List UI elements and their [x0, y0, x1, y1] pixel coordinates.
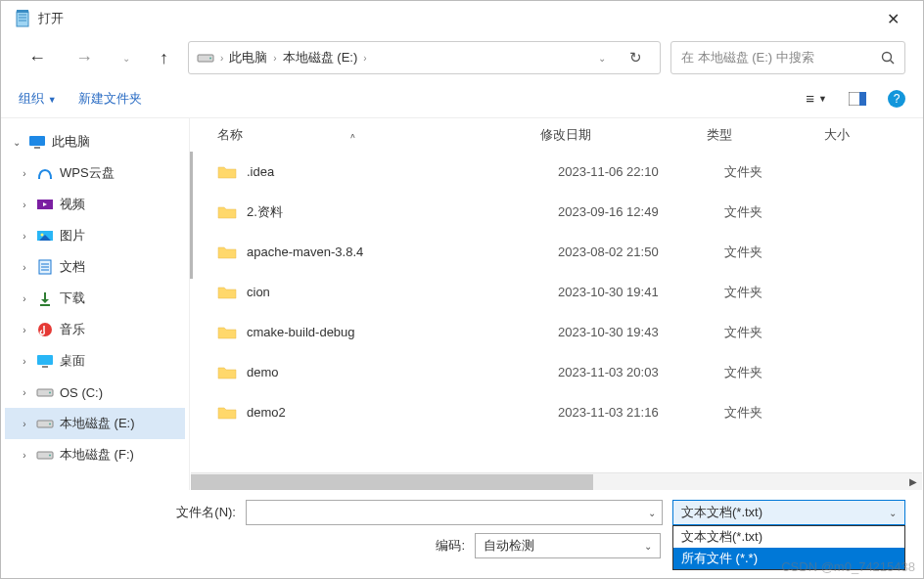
svg-marker-23	[41, 299, 49, 303]
col-size-header[interactable]: 大小	[824, 126, 923, 144]
nav-back-icon[interactable]: ←	[19, 42, 56, 74]
scroll-right-icon[interactable]: ▶	[904, 473, 922, 491]
chevron-right-icon[interactable]: ›	[19, 293, 30, 304]
window-title: 打开	[38, 10, 64, 27]
file-type: 文件夹	[724, 163, 842, 181]
watermark: CSDN @m0_74215438	[781, 559, 915, 574]
filename-label: 文件名(N):	[19, 504, 236, 521]
nav-forward-icon[interactable]: →	[66, 42, 103, 74]
file-type: 文件夹	[724, 324, 842, 341]
file-row[interactable]: cion2023-10-30 19:41文件夹	[190, 272, 923, 312]
svg-point-29	[49, 392, 51, 394]
file-date: 2023-11-03 21:16	[558, 405, 724, 420]
tree-item[interactable]: ›本地磁盘 (E:)	[5, 408, 185, 439]
file-type: 文件夹	[724, 244, 842, 261]
folder-icon	[217, 406, 237, 420]
organize-button[interactable]: 组织 ▼	[19, 90, 57, 108]
wps-icon	[36, 165, 54, 181]
search-input[interactable]: 在 本地磁盘 (E:) 中搜索	[670, 41, 905, 74]
chevron-down-icon[interactable]: ⌄	[11, 137, 23, 148]
svg-rect-26	[37, 355, 53, 365]
view-list-icon[interactable]: ≡ ▼	[806, 90, 827, 107]
file-type: 文件夹	[724, 404, 842, 422]
chevron-down-icon[interactable]: ⌄	[648, 508, 656, 518]
file-date: 2023-11-06 22:10	[558, 164, 724, 179]
preview-pane-icon[interactable]	[849, 92, 866, 106]
refresh-icon[interactable]: ↻	[620, 49, 652, 67]
chevron-right-icon[interactable]: ›	[19, 200, 30, 210]
chevron-right-icon[interactable]: ›	[363, 53, 366, 64]
tree-item[interactable]: ›WPS云盘	[5, 157, 185, 189]
horizontal-scrollbar[interactable]: ▶	[191, 472, 922, 490]
tree-item[interactable]: ›文档	[5, 251, 185, 283]
chevron-right-icon[interactable]: ›	[19, 231, 30, 242]
chevron-right-icon[interactable]: ›	[19, 325, 30, 335]
file-date: 2023-11-03 20:03	[558, 365, 724, 379]
chevron-right-icon[interactable]: ›	[19, 387, 30, 398]
tree-item[interactable]: ›视频	[5, 189, 185, 220]
file-row[interactable]: .idea2023-11-06 22:10文件夹	[190, 152, 923, 192]
folder-icon	[217, 286, 237, 299]
file-row[interactable]: demo22023-11-03 21:16文件夹	[190, 392, 923, 432]
new-folder-button[interactable]: 新建文件夹	[78, 90, 142, 108]
doc-icon	[36, 259, 54, 275]
close-icon[interactable]: ✕	[877, 6, 909, 32]
col-date-header[interactable]: 修改日期	[540, 126, 707, 144]
file-name: .idea	[247, 164, 558, 179]
tree-item-label: 图片	[60, 227, 85, 245]
chevron-down-icon: ⌄	[889, 508, 897, 518]
tree-item-label: 本地磁盘 (E:)	[60, 415, 135, 432]
scrollbar-thumb[interactable]	[191, 474, 593, 490]
chevron-right-icon[interactable]: ›	[273, 53, 276, 64]
filename-input[interactable]: ⌄	[246, 500, 663, 525]
svg-point-25	[38, 323, 52, 336]
filetype-dropdown[interactable]: 文本文档(*.txt) ⌄ 文本文档(*.txt) 所有文件 (*.*)	[672, 500, 905, 525]
svg-rect-12	[34, 147, 40, 149]
file-row[interactable]: apache-maven-3.8.42023-08-02 21:50文件夹	[190, 232, 923, 272]
address-bar[interactable]: › 此电脑 › 本地磁盘 (E:) › ⌄ ↻	[188, 41, 661, 74]
tree-item-label: 桌面	[60, 352, 85, 370]
tree-item[interactable]: ›本地磁盘 (F:)	[5, 439, 185, 470]
tree-item[interactable]: ›图片	[5, 220, 185, 251]
file-date: 2023-08-02 21:50	[558, 245, 724, 259]
chevron-right-icon[interactable]: ›	[19, 356, 30, 367]
help-icon[interactable]: ?	[888, 90, 905, 108]
chevron-right-icon[interactable]: ›	[220, 53, 223, 64]
tree-item[interactable]: ›下载	[5, 283, 185, 314]
file-type: 文件夹	[724, 364, 842, 381]
dl-icon	[36, 290, 54, 306]
nav-history-dropdown-icon[interactable]: ⌄	[113, 47, 140, 69]
breadcrumb-this-pc[interactable]: 此电脑	[229, 49, 267, 67]
file-row[interactable]: demo2023-11-03 20:03文件夹	[190, 352, 923, 392]
search-icon[interactable]	[881, 51, 895, 65]
tree-item[interactable]: ›OS (C:)	[5, 377, 185, 408]
file-date: 2023-10-30 19:41	[558, 285, 724, 299]
folder-icon	[217, 165, 237, 179]
svg-rect-0	[17, 12, 28, 26]
col-name-header[interactable]: 名称	[217, 126, 243, 144]
tree-item[interactable]: ›桌面	[5, 345, 185, 377]
chevron-right-icon[interactable]: ›	[19, 262, 30, 273]
folder-icon	[217, 205, 237, 219]
folder-tree: ⌄ 此电脑 ›WPS云盘›视频›图片›文档›下载›音乐›桌面›OS (C:)›本…	[1, 118, 189, 490]
encoding-dropdown[interactable]: 自动检测 ⌄	[475, 533, 661, 558]
tree-item[interactable]: ›音乐	[5, 314, 185, 345]
svg-rect-11	[29, 136, 45, 146]
chevron-right-icon[interactable]: ›	[19, 168, 30, 179]
tree-root-this-pc[interactable]: ⌄ 此电脑	[5, 126, 185, 157]
filetype-option[interactable]: 文本文档(*.txt)	[673, 526, 904, 548]
chevron-right-icon[interactable]: ›	[19, 419, 30, 429]
chevron-right-icon[interactable]: ›	[19, 450, 30, 461]
breadcrumb-drive[interactable]: 本地磁盘 (E:)	[283, 49, 358, 67]
file-row[interactable]: 2.资料2023-09-16 12:49文件夹	[190, 192, 923, 232]
desktop-icon	[36, 353, 54, 369]
nav-up-icon[interactable]: ↑	[150, 42, 178, 74]
file-row[interactable]: cmake-build-debug2023-10-30 19:43文件夹	[190, 312, 923, 352]
drive-icon	[36, 384, 54, 400]
monitor-icon	[28, 134, 46, 150]
chevron-down-icon[interactable]: ⌄	[590, 53, 614, 64]
col-type-header[interactable]: 类型	[707, 126, 824, 144]
tree-item-label: 本地磁盘 (F:)	[60, 446, 134, 464]
file-date: 2023-10-30 19:43	[558, 325, 724, 339]
svg-rect-27	[42, 366, 48, 368]
